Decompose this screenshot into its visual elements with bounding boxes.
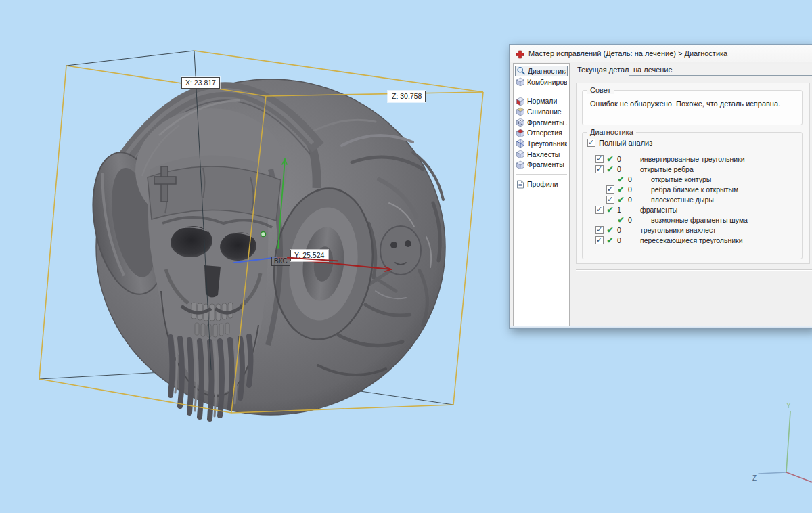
sidebar-item-фрагменты[interactable]: Фрагменты ... <box>515 117 568 128</box>
sidebar-item-label: Отверстия <box>527 129 562 137</box>
dialog-title: Мастер исправлений (Деталь: на лечение) … <box>528 45 727 62</box>
row-checkbox[interactable] <box>606 196 614 204</box>
issue-count: 0 <box>626 216 651 224</box>
status-check-icon: ✔ <box>616 196 626 204</box>
magnifier-icon <box>516 66 526 75</box>
diagnostic-row: ✔0возможные фрагменты шума <box>595 215 799 225</box>
issue-label: открытые ребра <box>640 165 694 173</box>
red-cross-icon <box>516 49 524 58</box>
current-part-select[interactable]: на лечение <box>629 64 812 76</box>
status-check-icon: ✔ <box>616 216 626 224</box>
issue-count: 0 <box>626 185 651 194</box>
sidebar-item-label: Диагностика <box>528 67 566 75</box>
document-icon <box>516 180 525 189</box>
model-skull-ring[interactable] <box>83 79 445 419</box>
diagnostic-row: ✔0открытые ребра <box>595 164 799 175</box>
row-checkbox[interactable] <box>595 226 604 234</box>
issue-count: 0 <box>626 175 651 183</box>
row-checkbox[interactable] <box>595 155 604 163</box>
sidebar-item-label: Треугольники <box>527 139 567 148</box>
repair-wizard-dialog: Мастер исправлений (Деталь: на лечение) … <box>509 44 812 329</box>
row-checkbox[interactable] <box>595 165 604 173</box>
diagnostic-row: ✔0инвертированные треугольники <box>595 154 799 164</box>
dimension-label-x: X: 23.817 <box>181 77 220 89</box>
issue-count: 1 <box>615 206 640 214</box>
issue-count: 0 <box>615 155 640 163</box>
status-check-icon: ✔ <box>616 175 626 183</box>
sidebar-item-треугольники[interactable]: Треугольники <box>515 138 568 149</box>
sidebar-item-label: Нахлесты <box>527 150 560 158</box>
status-check-icon: ✔ <box>605 165 615 173</box>
dialog-frame-bottom <box>510 326 812 328</box>
advice-group-label: Совет <box>587 86 614 94</box>
issue-label: инвертированные треугольники <box>640 155 745 163</box>
sidebar-separator <box>516 91 567 91</box>
cube-light-icon <box>516 150 525 158</box>
sidebar-item-label: Профили <box>527 180 558 188</box>
sidebar-item-комбиниров[interactable]: Комбиниров... <box>515 76 568 87</box>
cube-red-face-icon <box>516 97 525 106</box>
diagnostic-row: ✔0открытые контуры <box>595 175 799 185</box>
status-check-icon: ✔ <box>605 226 615 234</box>
diagnostic-rows: ✔0инвертированные треугольники✔0открытые… <box>595 154 799 245</box>
cube-tan-top-icon <box>516 107 525 116</box>
status-check-icon: ✔ <box>605 155 615 163</box>
sidebar-separator <box>516 174 567 175</box>
cube-light-icon <box>516 160 525 169</box>
current-part-label: Текущая деталь: <box>577 66 635 74</box>
sidebar-item-label: Фрагменты ... <box>527 118 567 127</box>
sidebar-item-label: Комбиниров... <box>527 78 567 86</box>
cube-dots-icon <box>516 118 525 127</box>
sidebar-item-нормали[interactable]: Нормали <box>515 95 568 106</box>
full-analysis-checkbox[interactable] <box>587 139 595 147</box>
row-checkbox[interactable] <box>606 185 614 194</box>
issue-label: треугольники внахлест <box>640 226 716 234</box>
diagnostics-group-label: Диагностика <box>587 128 636 136</box>
cube-light-icon <box>516 77 525 86</box>
diagnostic-row: ✔0пересекающиеся треугольники <box>595 235 799 245</box>
sidebar-item-label: Фрагменты <box>527 160 564 169</box>
advice-groupbox: Совет Ошибок не обнаружено. Похоже, что … <box>582 90 803 125</box>
dimension-label-z: Z: 30.758 <box>388 91 426 102</box>
diagnostic-row: ✔0ребра близкие к открытым <box>595 185 799 195</box>
issue-count: 0 <box>626 196 651 204</box>
issue-label: возможные фрагменты шума <box>651 216 748 224</box>
row-checkbox[interactable] <box>595 206 604 214</box>
diagnostic-row: ✔1фрагменты <box>595 204 799 215</box>
sidebar-item-нахлесты[interactable]: Нахлесты <box>515 149 568 160</box>
issue-count: 0 <box>615 165 640 173</box>
sidebar-item-отверстия[interactable]: Отверстия <box>515 127 568 138</box>
issue-label: пересекающиеся треугольники <box>640 236 743 244</box>
cube-red-top-icon <box>516 129 525 137</box>
issue-label: открытые контуры <box>651 175 711 183</box>
current-part-value: на лечение <box>633 66 673 74</box>
bottom-separator <box>576 269 812 271</box>
app-window: X: 23.817 Z: 30.758 Y: 25.524 ВКС Y Z Ма… <box>0 0 812 513</box>
dialog-titlebar[interactable]: Мастер исправлений (Деталь: на лечение) … <box>510 45 812 62</box>
cube-wire-icon <box>516 139 525 148</box>
sidebar-item-фрагменты[interactable]: Фрагменты <box>515 160 568 171</box>
row-checkbox[interactable] <box>595 236 604 244</box>
status-check-icon: ✔ <box>605 206 615 214</box>
sidebar-item-профили[interactable]: Профили <box>515 179 568 189</box>
full-analysis-label: Полный анализ <box>599 139 652 147</box>
issue-label: плоскостные дыры <box>651 196 714 204</box>
sidebar-item-label: Нормали <box>527 97 557 105</box>
triad-z-label: Z <box>752 474 757 482</box>
sidebar-item-диагностика[interactable]: Диагностика <box>515 66 568 76</box>
triad-y-label: Y <box>786 402 791 409</box>
diagnostic-row: ✔0плоскостные дыры <box>595 195 799 205</box>
status-check-icon: ✔ <box>605 236 615 244</box>
diagnostics-panel: Совет Ошибок не обнаружено. Похоже, что … <box>576 83 810 264</box>
issue-count: 0 <box>615 236 640 244</box>
diagnostics-groupbox: Диагностика Полный анализ ✔0инвертирован… <box>582 132 803 259</box>
sidebar-item-сшивание[interactable]: Сшивание <box>515 106 568 117</box>
issue-label: ребра близкие к открытым <box>651 185 738 194</box>
issue-count: 0 <box>615 226 640 234</box>
wizard-sidebar: Диагностика Комбиниров... Нормали Сшиван… <box>513 63 570 327</box>
status-check-icon: ✔ <box>616 185 626 194</box>
diagnostic-row: ✔0треугольники внахлест <box>595 225 799 235</box>
orientation-triad <box>759 411 811 482</box>
issue-label: фрагменты <box>640 206 677 214</box>
advice-text: Ошибок не обнаружено. Похоже, что деталь… <box>590 99 780 108</box>
